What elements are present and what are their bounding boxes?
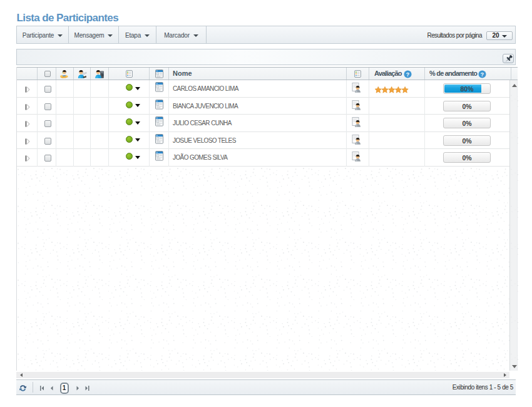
svg-text:?: ? bbox=[481, 71, 484, 77]
svg-text:?: ? bbox=[406, 71, 409, 77]
